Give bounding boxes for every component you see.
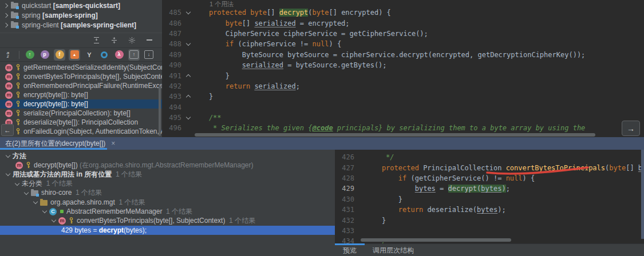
structure-method-row[interactable]: mserialize(PrincipalCollection): byte[] xyxy=(0,109,162,118)
code-token: ) { xyxy=(523,174,535,182)
code-line[interactable]: 487 CipherService cipherService = getCip… xyxy=(162,29,644,39)
settings-gear-icon[interactable] xyxy=(127,35,136,45)
code-line[interactable]: 489 ByteSource byteSource = cipherServic… xyxy=(162,50,644,60)
structure-scrollbar[interactable] xyxy=(159,86,161,136)
fold-marker-icon[interactable] xyxy=(184,74,192,78)
code-token: ) xyxy=(501,185,505,193)
chevron-down-icon[interactable] xyxy=(24,190,29,195)
module-name: quickstart xyxy=(22,2,51,10)
code-line[interactable]: 492 return serialized; xyxy=(162,81,644,91)
code-token: principals} by serializing them to a byt… xyxy=(333,124,586,132)
code-line[interactable]: 431 return deserialize(bytes); xyxy=(335,205,644,215)
tree-label: 1 个结果 xyxy=(225,217,255,225)
code-line[interactable]: 430 } xyxy=(335,194,644,205)
preview-tab[interactable]: 预览 xyxy=(335,244,365,256)
chevron-down-icon[interactable] xyxy=(6,171,10,176)
chevron-right-icon[interactable] xyxy=(3,22,8,27)
show-visibility-icon[interactable] xyxy=(98,49,110,61)
usage-inlay-hint[interactable]: 1 个用法 xyxy=(210,1,234,7)
show-lambdas-icon[interactable]: λ xyxy=(113,49,125,61)
structure-method-list: mgetRememberedSerializedIdentity(Subject… xyxy=(0,63,162,136)
class-marker-icon xyxy=(60,210,64,213)
collapse-all-icon[interactable] xyxy=(109,35,118,45)
project-tree-item[interactable]: spring-client [samples-spring-client] xyxy=(0,20,162,30)
code-line[interactable]: 486 byte[] serialized = encrypted; xyxy=(162,18,644,28)
structure-method-row[interactable]: mdecrypt(byte[]): byte[] xyxy=(0,99,162,109)
show-fields-icon[interactable]: f xyxy=(54,49,65,61)
chevron-down-icon[interactable] xyxy=(186,41,191,46)
preview-tab[interactable]: 调用层次结构 xyxy=(365,244,422,256)
key-icon xyxy=(26,162,31,169)
code-line[interactable]: 429 bytes = decrypt(bytes); xyxy=(335,183,644,194)
horizontal-scrollbar[interactable] xyxy=(195,133,595,137)
code-line[interactable]: 493 } xyxy=(162,91,644,102)
line-number: 427 xyxy=(335,164,357,172)
vertical-scrollbar[interactable] xyxy=(641,150,644,239)
forward-arrow-button[interactable]: → xyxy=(622,121,640,136)
structure-method-row[interactable]: monFailedLogin(Subject, AuthenticationTo… xyxy=(0,127,162,136)
project-tree-item[interactable]: quickstart [samples-quickstart] xyxy=(0,1,162,10)
structure-method-row[interactable]: mconvertBytesToPrincipals(byte[], Subjec… xyxy=(0,72,162,81)
code-line[interactable]: 495 /** xyxy=(162,113,644,123)
fold-marker-icon[interactable] xyxy=(184,94,192,99)
usage-tree-row[interactable]: CAbstractRememberMeManager 1 个结果 xyxy=(0,207,335,216)
code-line[interactable]: 485 protected byte[] decrypt(byte[] encr… xyxy=(162,7,644,18)
usage-tree-row[interactable]: shiro-core 1 个结果 xyxy=(0,189,335,198)
usage-tree-row[interactable]: org.apache.shiro.mgt 1 个结果 xyxy=(0,198,335,207)
chevron-down-icon[interactable] xyxy=(42,209,47,213)
usage-tree-row[interactable]: mdecrypt(byte[]) (在org.apache.shiro.mgt.… xyxy=(0,161,335,170)
usage-tree-row[interactable]: 429 bytes = decrypt(bytes); xyxy=(0,226,335,235)
line-number: 433 xyxy=(335,227,357,235)
code-line[interactable]: 488 if (cipherService != null) { xyxy=(162,39,644,49)
chevron-down-icon[interactable] xyxy=(52,218,56,222)
structure-method-row[interactable]: mgetRememberedSerializedIdentity(Subject… xyxy=(0,63,162,72)
code-line[interactable]: 432 } xyxy=(335,215,644,225)
structure-method-row[interactable]: monRememberedPrincipalFailure(RuntimeExc… xyxy=(0,81,162,90)
hide-panel-icon[interactable] xyxy=(145,35,154,45)
code-line[interactable]: 494 xyxy=(162,102,644,113)
chevron-up-icon[interactable] xyxy=(186,95,191,99)
chevron-right-icon[interactable] xyxy=(3,13,8,17)
usage-tree-row[interactable]: mconvertBytesToPrincipals(byte[], Subjec… xyxy=(0,216,335,225)
line-number: 495 xyxy=(162,114,184,122)
autoscroll-from-source-icon[interactable]: ↓ xyxy=(143,49,155,61)
usage-tree-row[interactable]: 用法或基方法的用法 in 所有位置 1 个结果 xyxy=(0,170,335,179)
preview-editor[interactable]: 426 */427 protected PrincipalCollection … xyxy=(335,150,644,243)
tree-label: 1 个结果 xyxy=(162,207,192,215)
chevron-down-icon[interactable] xyxy=(186,115,191,119)
usage-tree-row[interactable]: 方法 xyxy=(0,151,335,161)
code-line[interactable]: 428 if (getCipherService() != null) { xyxy=(335,173,644,183)
code-line[interactable]: 427 protected PrincipalCollection conver… xyxy=(335,162,644,173)
code-line[interactable]: 433 xyxy=(335,226,644,236)
structure-method-row[interactable]: mdeserialize(byte[]): PrincipalCollectio… xyxy=(0,118,162,127)
chevron-down-icon[interactable] xyxy=(6,153,10,158)
code-line[interactable]: 426 */ xyxy=(335,152,644,162)
autoscroll-to-source-icon[interactable]: ↑ xyxy=(128,49,140,61)
code-token: if xyxy=(365,174,406,182)
back-arrow-button[interactable]: ← xyxy=(1,124,14,136)
show-anonymous-classes-icon[interactable]: ▲ xyxy=(69,49,80,61)
chevron-up-icon[interactable] xyxy=(186,74,191,78)
chevron-down-icon[interactable] xyxy=(186,10,191,14)
project-tree-item[interactable]: spring [samples-spring] xyxy=(0,10,162,20)
chevron-down-icon[interactable] xyxy=(33,199,38,204)
close-icon[interactable]: × xyxy=(111,139,115,147)
chevron-down-icon[interactable] xyxy=(15,181,19,185)
expand-all-icon[interactable] xyxy=(92,35,101,45)
sort-alphabetically-icon[interactable]: az xyxy=(3,49,14,61)
code-line[interactable]: 491 } xyxy=(162,70,644,81)
show-inherited-icon[interactable]: ↑ xyxy=(24,49,35,61)
main-code-editor[interactable]: 1 个用法485 protected byte[] decrypt(byte[]… xyxy=(162,0,644,137)
chevron-right-icon[interactable] xyxy=(3,3,8,7)
usage-tree-row[interactable]: 未分类 1 个结果 xyxy=(0,179,335,189)
tree-label: bytes = xyxy=(74,226,98,234)
code-line[interactable]: 490 serialized = byteSource.getBytes(); xyxy=(162,60,644,70)
horizontal-scrollbar[interactable] xyxy=(361,238,511,242)
line-number: 434 xyxy=(335,237,357,243)
fold-marker-icon[interactable] xyxy=(184,117,192,119)
show-properties-icon[interactable]: p xyxy=(39,49,50,61)
fold-marker-icon[interactable] xyxy=(184,11,192,14)
structure-method-row[interactable]: mencrypt(byte[]): byte[] xyxy=(0,90,162,99)
fold-marker-icon[interactable] xyxy=(184,43,192,45)
group-methods-icon[interactable]: Y xyxy=(84,49,95,61)
